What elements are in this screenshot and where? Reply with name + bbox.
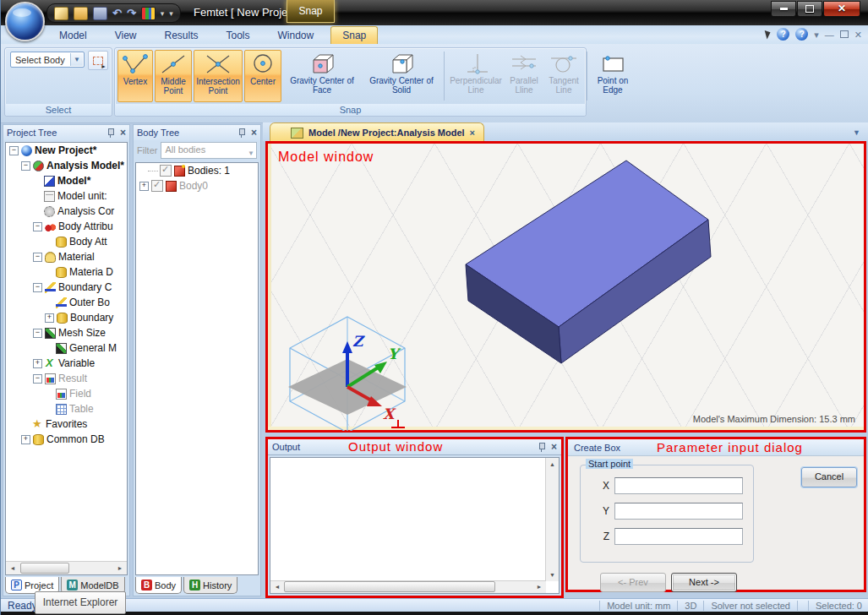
close-tab-icon[interactable]: × [470,128,475,138]
collapse-icon[interactable]: − [9,146,19,155]
y-input[interactable] [614,503,743,520]
tab-list-dropdown-icon[interactable]: ▼ [853,128,860,137]
pin-icon[interactable] [538,442,546,452]
save-icon[interactable] [93,7,107,20]
internet-explorer-popup[interactable]: Internet Explorer [35,591,126,614]
scroll-down-icon[interactable]: ▼ [547,569,558,580]
palette-icon[interactable] [141,7,156,20]
z-input[interactable] [614,528,743,545]
tree-item[interactable]: Analysis Cor [6,204,127,219]
collapse-icon[interactable]: − [33,374,42,384]
qat-customize-icon[interactable]: ▾ [169,9,173,18]
model-viewport[interactable]: Z Y X Model window Model's Maximum Dimen… [268,144,864,430]
tree-item[interactable]: −Analysis Model* [6,158,127,173]
collapse-icon[interactable]: − [33,329,42,338]
snap-intersection-point-button[interactable]: Intersection Point [194,50,243,102]
tree-item[interactable]: Model* [6,173,127,188]
filter-combo[interactable]: All bodies ▼ [161,142,257,159]
scroll-left-icon[interactable]: ◄ [7,563,19,574]
tab-tools[interactable]: Tools [216,27,261,44]
scroll-right-icon[interactable]: ► [533,581,545,592]
close-button[interactable]: ✕ [823,1,860,17]
tree-item[interactable]: −Boundary C [6,280,127,295]
snap-gravity-center-face-button[interactable]: Gravity Center of Face [283,50,361,102]
scroll-left-icon[interactable]: ◄ [271,581,283,592]
prev-button[interactable]: <- Prev [600,573,666,592]
ribbon-close-icon[interactable]: ✕ [854,30,862,40]
tree-item[interactable]: Body Att [6,234,127,249]
open-icon[interactable] [74,7,88,20]
tree-item[interactable]: −Mesh Size [6,325,127,340]
tree-item[interactable]: Bodies: 1 [136,163,258,178]
tree-item[interactable]: −New Project* [6,143,127,158]
ribbon-restore-icon[interactable] [840,30,849,38]
tree-item[interactable]: −Material [6,249,127,264]
model-window[interactable]: Z Y X Model window Model's Maximum Dimen… [265,141,866,433]
context-help-icon[interactable]: ? [777,28,789,41]
horizontal-scrollbar[interactable]: ◄ ► [270,580,546,593]
scrollbar-thumb[interactable] [20,563,69,574]
tree-item[interactable]: +Variable [6,356,127,371]
new-project-icon[interactable] [54,7,68,20]
vertical-scrollbar[interactable]: ▲ ▼ [545,458,559,581]
tree-item[interactable]: Field [6,386,127,401]
tree-item[interactable]: Table [6,401,127,416]
expand-icon[interactable]: + [45,313,54,323]
tab-history[interactable]: HHistory [183,577,237,594]
x-input[interactable] [614,477,743,494]
palette-dropdown-icon[interactable]: ▾ [161,9,165,18]
restore-button[interactable] [797,1,822,17]
pin-icon[interactable] [106,128,115,138]
snap-perpendicular-line-button[interactable]: Perpendicular Line [448,50,504,102]
pin-icon[interactable] [237,128,246,138]
snap-parallel-line-button[interactable]: Parallel Lline [505,50,543,102]
tree-item[interactable]: +Body0 [136,178,258,193]
snap-center-button[interactable]: Center [244,50,281,102]
ribbon-minimize-icon[interactable]: — [825,30,834,40]
tree-item[interactable]: Model unit: [6,188,127,204]
tree-item[interactable]: Favorites [6,416,127,432]
scroll-up-icon[interactable]: ▲ [547,459,558,470]
minimize-button[interactable] [771,1,796,17]
tab-model[interactable]: Model [48,27,98,44]
snap-middle-point-button[interactable]: Middle Point [155,50,192,102]
tab-body[interactable]: BBody [135,577,182,594]
close-icon[interactable]: × [551,442,557,452]
collapse-icon[interactable]: − [33,222,42,231]
app-logo[interactable] [5,2,45,41]
help-dropdown-icon[interactable]: ▾ [814,30,819,40]
undo-icon[interactable]: ↶ [112,8,122,19]
redo-icon[interactable]: ↷ [127,8,136,19]
expand-icon[interactable]: + [21,435,30,444]
snap-gravity-center-solid-button[interactable]: Gravity Center of Solid [363,50,440,102]
cancel-button[interactable]: Cancel [801,467,857,487]
tab-snap[interactable]: Snap [330,26,378,44]
help-icon[interactable]: ? [795,28,808,41]
tree-item[interactable]: +Common DB [6,432,127,447]
snap-point-on-edge-button[interactable]: Point on Edge [591,50,635,102]
snap-tangent-line-button[interactable]: Tangent Line [544,50,583,102]
tab-view[interactable]: View [104,27,148,44]
scrollbar-thumb[interactable] [284,581,495,592]
checkbox-checked-icon[interactable] [160,165,172,177]
tree-item[interactable]: Outer Bo [6,295,127,310]
output-content[interactable]: ▲ ▼ ◄ ► [270,457,560,594]
horizontal-scrollbar[interactable]: ◄ ► [6,561,127,574]
snap-vertex-button[interactable]: Vertex [117,50,153,102]
tab-results[interactable]: Results [153,27,209,44]
chevron-down-icon[interactable]: ▼ [70,53,83,66]
tree-item[interactable]: +Boundary [6,310,127,325]
select-body-combo[interactable]: Select Body ▼ [10,52,85,68]
tree-item[interactable]: General M [6,340,127,356]
model-document-tab[interactable]: Model /New Project:Analysis Model × [270,122,484,142]
collapse-icon[interactable]: − [21,161,30,171]
collapse-icon[interactable]: − [33,283,42,292]
close-icon[interactable]: × [251,128,257,138]
collapse-icon[interactable]: − [33,253,42,262]
tree-item[interactable]: −Body Attribu [6,219,127,234]
checkbox-checked-icon[interactable] [151,180,163,192]
scroll-right-icon[interactable]: ► [114,563,126,574]
select-tool-button[interactable] [88,51,108,70]
expand-icon[interactable]: + [139,182,149,191]
tab-window[interactable]: Window [267,27,325,44]
